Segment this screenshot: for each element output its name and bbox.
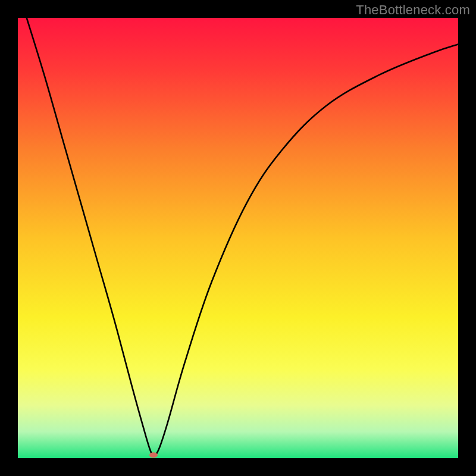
watermark-text: TheBottleneck.com xyxy=(356,2,470,18)
plot-area xyxy=(18,18,458,458)
gradient-background xyxy=(18,18,458,458)
min-point-marker xyxy=(149,452,158,458)
plot-svg xyxy=(18,18,458,458)
chart-frame: TheBottleneck.com xyxy=(0,0,476,476)
